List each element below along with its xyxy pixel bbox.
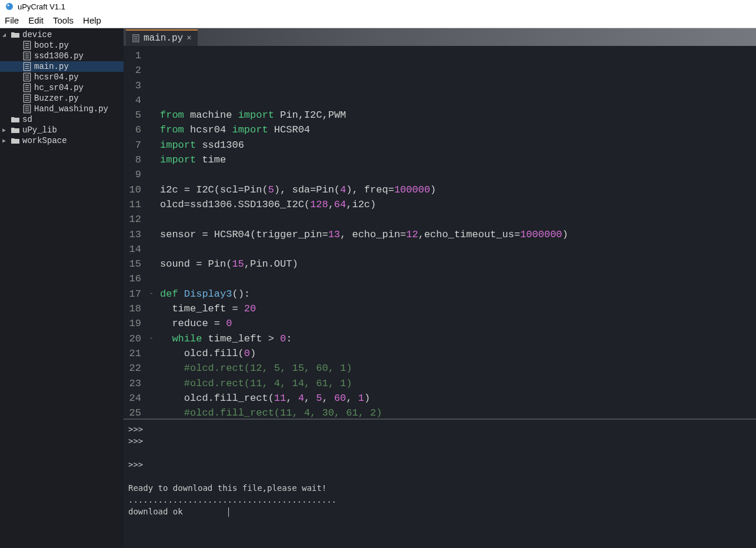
file-label: hc_sr04.py	[34, 83, 84, 92]
menu-edit[interactable]: Edit	[28, 15, 44, 25]
tree-label: uPy_lib	[22, 125, 57, 135]
file-label: main.py	[34, 62, 69, 71]
tree-file[interactable]: hcsr04.py	[0, 72, 124, 82]
file-icon	[22, 41, 32, 49]
tree-label: workSpace	[22, 136, 67, 145]
menu-file[interactable]: File	[5, 15, 19, 25]
tree-file[interactable]: Hand_washing.py	[0, 104, 124, 114]
svg-point-0	[6, 3, 13, 10]
tree-file[interactable]: hc_sr04.py	[0, 82, 124, 93]
code-editor[interactable]: 1234567891011121314151617181920212223242…	[124, 46, 756, 419]
tree-label: device	[22, 30, 52, 39]
tree-label: sd	[22, 115, 32, 124]
expand-arrow-icon: ▶	[2, 137, 8, 144]
file-icon	[22, 52, 32, 60]
file-icon	[132, 34, 140, 42]
tree-file[interactable]: ssd1306.py	[0, 51, 124, 61]
window-titlebar: uPyCraft V1.1	[0, 0, 756, 13]
folder-icon	[11, 137, 20, 145]
file-label: Hand_washing.py	[34, 104, 108, 114]
menu-help[interactable]: Help	[83, 15, 101, 25]
collapse-arrow-icon: ◢	[2, 31, 8, 38]
file-icon	[22, 94, 32, 102]
editor-tab[interactable]: main.py ×	[126, 29, 198, 46]
code-content[interactable]: from machine import Pin,I2C,PWMfrom hcsr…	[155, 46, 756, 419]
file-label: hcsr04.py	[34, 72, 79, 82]
file-icon	[22, 73, 32, 81]
file-icon	[22, 84, 32, 92]
file-label: boot.py	[34, 41, 69, 50]
folder-icon	[11, 126, 20, 134]
menu-tools[interactable]: Tools	[53, 15, 74, 25]
menu-bar: File Edit Tools Help	[0, 13, 756, 28]
folder-icon	[11, 115, 20, 124]
tree-file[interactable]: Buzzer.py	[0, 93, 124, 104]
tree-file[interactable]: main.py	[0, 61, 124, 72]
app-icon	[5, 2, 14, 11]
tab-bar: main.py ×	[124, 28, 756, 46]
tree-upy-lib[interactable]: ▶ uPy_lib	[0, 125, 124, 135]
tree-file[interactable]: boot.py	[0, 40, 124, 51]
expand-arrow-icon: ▶	[2, 127, 8, 134]
fold-column[interactable]: --	[147, 46, 155, 419]
tree-sd[interactable]: sd	[0, 114, 124, 125]
file-label: ssd1306.py	[34, 51, 84, 61]
tree-device[interactable]: ◢ device	[0, 29, 124, 40]
line-gutter: 1234567891011121314151617181920212223242…	[124, 46, 147, 419]
file-label: Buzzer.py	[34, 94, 79, 103]
file-tree[interactable]: ◢ device boot.pyssd1306.pymain.pyhcsr04.…	[0, 28, 124, 548]
tree-workspace[interactable]: ▶ workSpace	[0, 135, 124, 146]
tab-label: main.py	[144, 33, 183, 44]
close-icon[interactable]: ×	[186, 34, 191, 43]
repl-console[interactable]: >>> >>> >>> Ready to download this file,…	[124, 419, 756, 548]
text-cursor	[228, 507, 229, 517]
file-icon	[22, 105, 32, 113]
app-title: uPyCraft V1.1	[18, 2, 65, 11]
file-icon	[22, 62, 32, 71]
folder-icon	[11, 31, 20, 39]
svg-point-1	[8, 5, 9, 6]
